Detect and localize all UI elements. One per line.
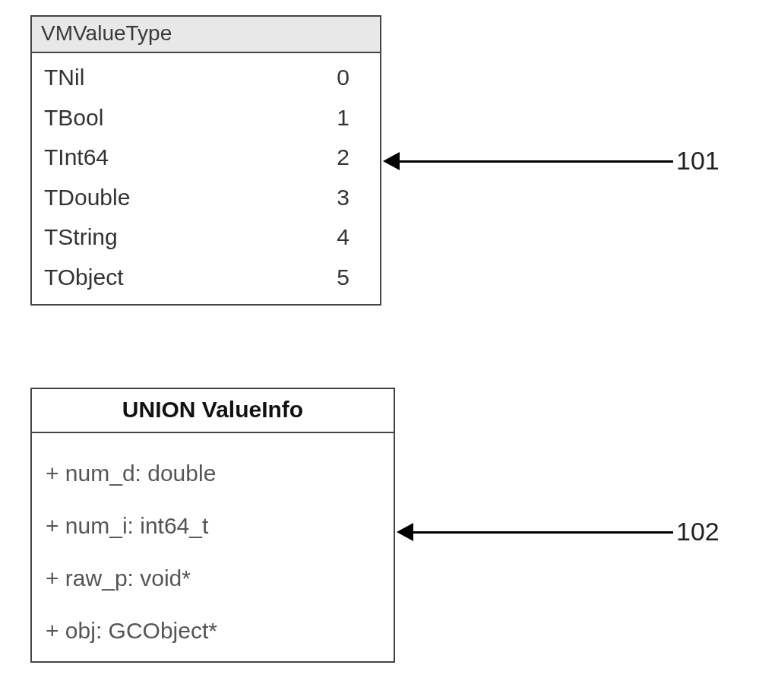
enum-row: TDouble 3 xyxy=(44,178,365,218)
enum-row-name: TBool xyxy=(44,98,103,138)
union-row: + raw_p: void* xyxy=(46,552,380,604)
arrow-line xyxy=(400,160,673,163)
arrow-head-icon xyxy=(397,523,413,541)
callout-101: 101 xyxy=(676,146,719,176)
enum-row-name: TInt64 xyxy=(44,138,109,178)
union-rows: + num_d: double + num_i: int64_t + raw_p… xyxy=(32,433,394,664)
union-title: UNION ValueInfo xyxy=(32,389,394,433)
enum-row-value: 1 xyxy=(319,98,365,138)
enum-rows: TNil 0 TBool 1 TInt64 2 TDouble 3 TStrin… xyxy=(32,53,380,302)
enum-row: TNil 0 xyxy=(44,58,365,98)
enum-row-name: TObject xyxy=(44,258,124,298)
enum-row: TObject 5 xyxy=(44,258,365,298)
enum-row-value: 5 xyxy=(319,258,365,298)
enum-row-name: TString xyxy=(44,217,118,258)
union-row: + num_i: int64_t xyxy=(46,499,380,552)
arrow-head-icon xyxy=(383,152,400,170)
enum-row: TString 4 xyxy=(44,217,365,258)
union-row: + num_d: double xyxy=(46,447,380,499)
enum-row-value: 3 xyxy=(319,178,365,218)
enum-row: TBool 1 xyxy=(44,98,365,138)
diagram-canvas: VMValueType TNil 0 TBool 1 TInt64 2 TDou… xyxy=(0,0,759,700)
enum-row: TInt64 2 xyxy=(44,138,365,178)
callout-102: 102 xyxy=(676,517,719,546)
enum-row-value: 2 xyxy=(319,138,365,178)
union-box: UNION ValueInfo + num_d: double + num_i:… xyxy=(30,388,395,663)
enum-box: VMValueType TNil 0 TBool 1 TInt64 2 TDou… xyxy=(30,15,381,306)
enum-row-name: TNil xyxy=(44,58,84,98)
enum-row-value: 4 xyxy=(319,217,365,258)
enum-title: VMValueType xyxy=(32,17,380,53)
union-row: + obj: GCObject* xyxy=(46,604,380,657)
enum-row-name: TDouble xyxy=(44,178,130,218)
arrow-line xyxy=(413,531,673,534)
enum-row-value: 0 xyxy=(319,58,365,98)
